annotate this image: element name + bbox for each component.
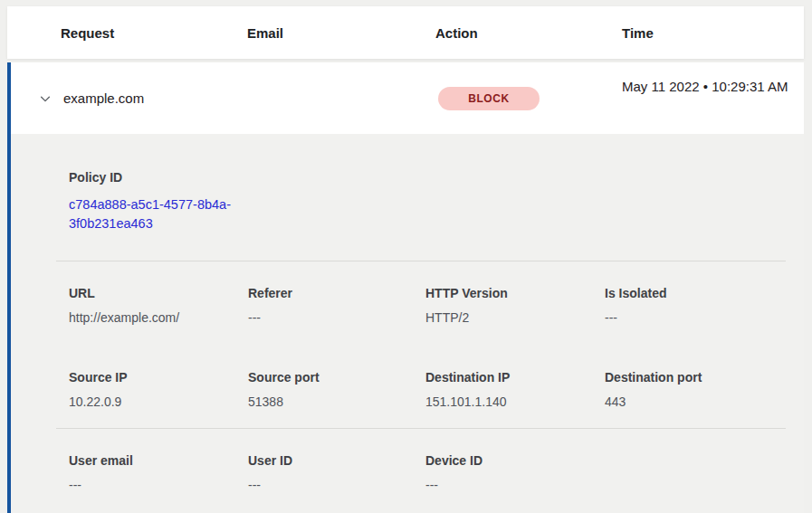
field-spacer [605,453,786,492]
field-value: 443 [605,394,786,409]
divider [56,428,786,429]
field-label: Destination port [605,370,786,385]
field-value: --- [248,478,425,492]
column-header-time: Time [622,25,804,41]
field-label: Device ID [425,453,605,468]
field-device-id: Device ID --- [425,453,605,492]
field-value: HTTP/2 [425,310,605,325]
field-value: --- [425,478,605,492]
table-row[interactable]: example.com BLOCK May 11 2022 • 10:29:31… [7,62,804,134]
field-value: --- [248,310,425,325]
policy-id-link[interactable]: c784a888-a5c1-4577-8b4a-3f0b231ea463 [69,195,250,233]
request-log-page: Request Email Action Time example.com BL… [0,0,812,513]
field-source-ip: Source IP 10.22.0.9 [69,370,248,409]
field-destination-ip: Destination IP 151.101.1.140 [425,370,605,409]
field-user-id: User ID --- [248,453,425,492]
field-destination-port: Destination port 443 [605,370,786,409]
column-header-email: Email [247,25,435,41]
column-header-action: Action [435,25,622,41]
field-value: --- [69,478,248,492]
details-grid-user: User email --- User ID --- Device ID --- [69,453,786,492]
field-value: 151.101.1.140 [425,394,605,409]
table-header: Request Email Action Time [7,6,804,59]
row-detail-panel: Policy ID c784a888-a5c1-4577-8b4a-3f0b23… [7,134,804,513]
field-label: User ID [248,453,425,468]
column-header-request: Request [61,25,247,41]
chevron-down-icon[interactable] [38,91,53,106]
row-timestamp: May 11 2022 • 10:29:31 AM [622,76,794,98]
request-domain: example.com [63,90,144,106]
action-block-badge: BLOCK [438,87,540,110]
field-label: Referer [248,286,425,300]
field-label: Source port [248,370,425,385]
field-is-isolated: Is Isolated --- [605,286,786,325]
policy-id-label: Policy ID [69,170,786,185]
policy-id-block: Policy ID c784a888-a5c1-4577-8b4a-3f0b23… [69,170,786,233]
field-label: User email [69,453,248,468]
field-url: URL http://example.com/ [69,286,248,325]
row-content: example.com [11,62,804,134]
field-referer: Referer --- [248,286,425,325]
divider [56,261,786,261]
field-source-port: Source port 51388 [248,370,425,409]
field-user-email: User email --- [69,453,248,492]
field-http-version: HTTP Version HTTP/2 [425,286,605,325]
field-label: Destination IP [425,370,605,385]
field-value: 51388 [248,394,425,409]
details-grid-main: URL http://example.com/ Referer --- HTTP… [69,286,786,409]
field-label: URL [69,286,248,300]
field-label: HTTP Version [425,286,605,300]
field-value: http://example.com/ [69,310,248,325]
field-value: 10.22.0.9 [69,394,248,409]
field-label: Source IP [69,370,248,385]
field-value: --- [605,310,786,325]
field-label: Is Isolated [605,286,786,300]
